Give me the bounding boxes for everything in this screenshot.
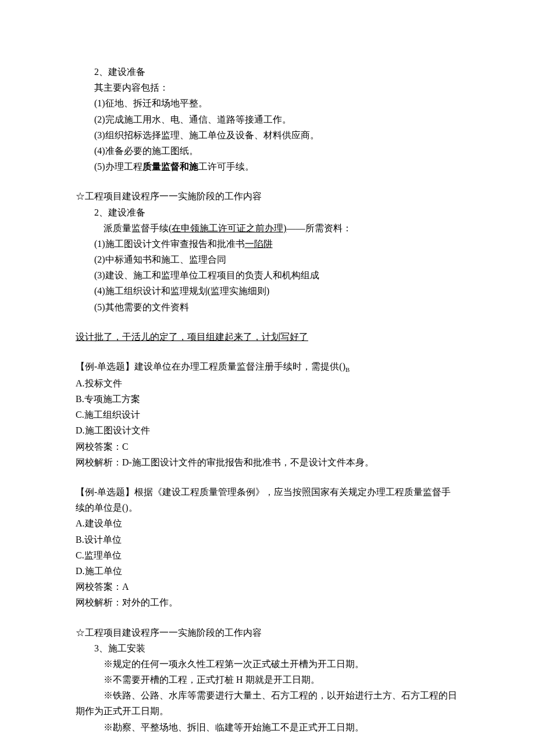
text-underline: (在申领施工许可证之前办理) — [169, 223, 287, 233]
section-title: 3、施工安装 — [76, 640, 459, 656]
subtext: 派质量监督手续(在申领施工许可证之前办理)——所需资料： — [76, 220, 459, 236]
text-pre: (1)施工图设计文件审查报告和批准书 — [94, 239, 245, 249]
question-option: B.设计单位 — [76, 532, 459, 547]
question-option: A.投标文件 — [76, 375, 459, 391]
section-title: 2、建设准备 — [76, 205, 459, 220]
list-item: (2)中标通知书和施工、监理合同 — [76, 252, 459, 267]
summary-line: 设计批了，干活儿的定了，项目组建起来了，计划写好了 — [76, 329, 459, 345]
question-analysis: 网校解析：D-施工图设计文件的审批报告和批准书，不是设计文件本身。 — [76, 454, 459, 470]
summary-text: 设计批了，干活儿的定了，项目组建起来了，计划写好了 — [76, 332, 308, 342]
question-option: B.专项施工方案 — [76, 391, 459, 407]
question-option: D.施工单位 — [76, 563, 459, 579]
text-underline: 一陷阱 — [245, 239, 273, 249]
prompt-text: 【例-单选题】建设单位在办理工程质量监督注册手续时，需提供() — [76, 361, 345, 371]
list-item: (3)建设、施工和监理单位工程项目的负责人和机构组成 — [76, 267, 459, 283]
question-option: C.监理单位 — [76, 547, 459, 563]
text-bold: 质量监督和施 — [142, 162, 198, 171]
section-heading: ☆工程项目建设程序一一实施阶段的工作内容 — [76, 625, 459, 640]
section-3-construction-install: ☆工程项目建设程序一一实施阶段的工作内容 3、施工安装 ※规定的任何一项永久性工… — [76, 625, 459, 735]
text-post: 工许可手续。 — [198, 162, 254, 171]
list-item: (4)准备必要的施工图纸。 — [76, 143, 459, 159]
section-subtitle: 其主要内容包括： — [76, 80, 459, 95]
list-item: ※规定的任何一项永久性工程第一次正式破土开槽为开工日期。 — [76, 656, 459, 672]
prompt-sub: B — [345, 366, 349, 373]
question-1: 【例-单选题】建设单位在办理工程质量监督注册手续时，需提供()B A.投标文件 … — [76, 359, 459, 470]
list-item: (1)施工图设计文件审查报告和批准书一陷阱 — [76, 236, 459, 252]
question-2: 【例-单选题】根据《建设工程质量管理条例》，应当按照国家有关规定办理工程质量监督… — [76, 484, 459, 611]
question-prompt: 【例-单选题】根据《建设工程质量管理条例》，应当按照国家有关规定办理工程质量监督… — [76, 484, 459, 515]
text-pre: 派质量监督手续 — [104, 223, 169, 233]
text-post: ——所需资料： — [287, 223, 352, 233]
text-pre: (5)办理工程 — [94, 162, 142, 171]
section-1-construction-prep: 2、建设准备 其主要内容包括： (1)征地、拆迁和场地平整。 (2)完成施工用水… — [76, 64, 459, 174]
list-item: ※铁路、公路、水库等需要进行大量土、石方工程的，以开始进行土方、石方工程的日期作… — [76, 687, 459, 719]
list-item: (1)征地、拆迁和场地平整。 — [76, 95, 459, 111]
question-analysis: 网校解析：对外的工作。 — [76, 594, 459, 610]
question-answer: 网校答案：A — [76, 579, 459, 594]
list-item: (5)办理工程质量监督和施工许可手续。 — [76, 159, 459, 174]
list-item: (3)组织招标选择监理、施工单位及设备、材料供应商。 — [76, 127, 459, 143]
list-item: (2)完成施工用水、电、通信、道路等接通工作。 — [76, 112, 459, 127]
question-prompt: 【例-单选题】建设单位在办理工程质量监督注册手续时，需提供()B — [76, 359, 459, 375]
question-option: D.施工图设计文件 — [76, 422, 459, 438]
list-item: (4)施工组织设计和监理规划(监理实施细则) — [76, 283, 459, 299]
list-item: ※勘察、平整场地、拆旧、临建等开始施工不是正式开工日期。 — [76, 719, 459, 735]
section-heading: ☆工程项目建设程序一一实施阶段的工作内容 — [76, 188, 459, 204]
question-option: A.建设单位 — [76, 515, 459, 531]
list-item: (5)其他需要的文件资料 — [76, 299, 459, 315]
section-2-implementation: ☆工程项目建设程序一一实施阶段的工作内容 2、建设准备 派质量监督手续(在申领施… — [76, 188, 459, 315]
question-answer: 网校答案：C — [76, 439, 459, 454]
question-option: C.施工组织设计 — [76, 407, 459, 422]
list-item: ※不需要开槽的工程，正式打桩 H 期就是开工日期。 — [76, 672, 459, 687]
section-title: 2、建设准备 — [76, 64, 459, 80]
